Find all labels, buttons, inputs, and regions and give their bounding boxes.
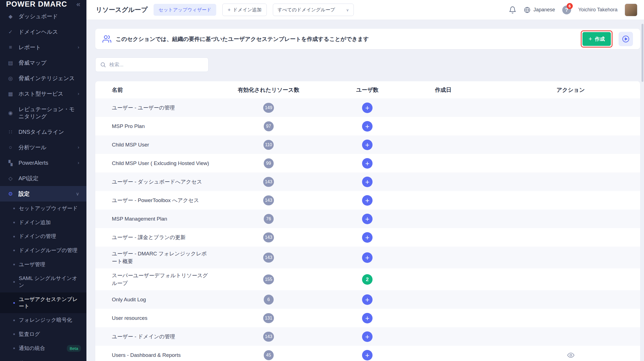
sidebar-subitem-notification-integrations[interactable]: 通知の統合 Beta <box>0 341 86 356</box>
row-name[interactable]: ユーザー - PowerToolbox へアクセス <box>112 197 199 204</box>
add-user-button[interactable]: + <box>362 177 373 187</box>
add-domain-button[interactable]: + ドメイン追加 <box>222 4 267 16</box>
globe-icon <box>524 6 531 14</box>
notifications-button[interactable] <box>509 6 516 14</box>
column-header-actions: アクション <box>501 86 640 94</box>
row-name[interactable]: ユーザー - DMARC フォレンジックレポート概要 <box>112 250 211 265</box>
add-user-button[interactable]: + <box>362 313 373 323</box>
add-user-button[interactable]: + <box>362 294 373 305</box>
video-tutorials-icon: ▶ <box>7 360 14 361</box>
add-user-button[interactable]: + <box>362 195 373 206</box>
sidebar-subitem-saml-sso[interactable]: SAML シングルサインオン <box>0 271 86 292</box>
row-name[interactable]: MSP Pro Plan <box>112 122 145 130</box>
reputation-monitoring-icon: ◉ <box>7 110 14 116</box>
add-user-button[interactable]: + <box>362 350 373 360</box>
view-eye-icon[interactable] <box>567 352 574 359</box>
sidebar-item-dns-timeline[interactable]: ∷ DNSタイムライン <box>0 124 86 140</box>
domain-group-select-value: すべてのドメイングループ <box>278 7 335 13</box>
add-user-button[interactable]: + <box>362 331 373 342</box>
row-name[interactable]: User resources <box>112 314 147 322</box>
add-user-button[interactable]: + <box>362 214 373 224</box>
sidebar-subitem-forensic-encryption[interactable]: フォレンジック暗号化 <box>0 313 86 327</box>
row-name[interactable]: Child MSP User ( Exlcuding Hosted View) <box>112 159 209 167</box>
sidebar-item-api-settings[interactable]: ◇ API設定 <box>0 171 86 186</box>
sidebar-item-reports[interactable]: ≡ レポート › <box>0 40 86 55</box>
chevron-right-icon: › <box>78 45 79 50</box>
add-user-button[interactable]: + <box>362 121 373 132</box>
table-row[interactable]: Child MSP User 110 + <box>95 135 640 154</box>
sidebar-item-analysis-tools[interactable]: ○ 分析ツール › <box>0 140 86 155</box>
table-row[interactable]: Child MSP User ( Exlcuding Hosted View) … <box>95 154 640 172</box>
threat-map-icon: ▤ <box>7 60 14 66</box>
sidebar-item-settings[interactable]: ⚙ 設定 ∨ <box>0 186 86 202</box>
table-row[interactable]: ユーザー - 課金とプランの更新 143 + <box>95 228 640 247</box>
sidebar-subitem-add-domain[interactable]: ドメイン追加 <box>0 216 86 230</box>
bullet-icon <box>13 347 15 349</box>
row-name[interactable]: Child MSP User <box>112 141 149 149</box>
beta-badge: Beta <box>67 345 81 352</box>
table-row[interactable]: ユーザー - ドメインの管理 143 + <box>95 327 640 346</box>
sidebar-item-reputation-monitoring[interactable]: ◉ レピュテーション・モニタリング <box>0 101 86 124</box>
sidebar-item-label: ホスト型サービス <box>19 90 73 97</box>
language-selector[interactable]: Japanese <box>524 6 555 14</box>
table-row[interactable]: ユーザー - PowerToolbox へアクセス 143 + <box>95 191 640 210</box>
table-row[interactable]: Users - Dashboard & Reports 45 + <box>95 346 640 361</box>
sidebar-item-hosted-services[interactable]: ▦ ホスト型サービス › <box>0 86 86 101</box>
row-name[interactable]: ユーザー - ダッシュボードへアクセス <box>112 178 202 186</box>
users-icon <box>102 35 111 43</box>
bullet-icon <box>13 208 15 209</box>
row-name[interactable]: Only Audit Log <box>112 296 146 304</box>
user-avatar[interactable] <box>625 4 637 16</box>
row-name[interactable]: MSP Management Plan <box>112 215 167 223</box>
sidebar-subitem-label: ドメイングループの管理 <box>19 247 78 254</box>
sidebar-subitem-user-access-template[interactable]: ユーザアクセステンプレート <box>0 292 86 313</box>
sidebar-subitem-manage-domains[interactable]: ドメインの管理 <box>0 229 86 244</box>
search-input[interactable] <box>109 62 204 68</box>
sidebar-subitem-user-management[interactable]: ユーザ管理 <box>0 258 86 272</box>
sidebar-item-poweralerts[interactable]: ▚ PowerAlerts › <box>0 155 86 171</box>
add-user-button[interactable]: + <box>362 103 373 113</box>
add-user-button[interactable]: + <box>362 252 373 263</box>
bullet-icon <box>13 222 15 223</box>
sidebar-item-threat-map[interactable]: ▤ 脅威マップ <box>0 55 86 70</box>
sidebar-subitem-label: セットアップウィザード <box>19 205 78 212</box>
sidebar-item-dashboard[interactable]: ◆ ダッシュボード <box>0 9 86 24</box>
create-button[interactable]: + 作成 <box>582 32 611 46</box>
add-user-button[interactable]: + <box>362 158 373 169</box>
table-row[interactable]: ユーザー - ユーザーの管理 149 + <box>95 98 640 117</box>
column-header-resources: 有効化されたリソース数 <box>214 86 323 94</box>
analysis-tools-icon: ○ <box>7 144 14 150</box>
resource-count-badge: 143 <box>263 177 274 187</box>
table-row[interactable]: MSP Management Plan 76 + <box>95 210 640 228</box>
setup-wizard-button[interactable]: セットアップウィザード <box>154 4 216 16</box>
column-header-created: 作成日 <box>411 86 501 94</box>
user-count-badge[interactable]: 2 <box>362 274 373 285</box>
table-row[interactable]: スーパーユーザーデフォルトリソースグループ 155 2 <box>95 268 640 290</box>
table-row[interactable]: Only Audit Log 6 + <box>95 290 640 309</box>
domain-group-select[interactable]: すべてのドメイングループ ∨ <box>273 4 354 16</box>
row-name[interactable]: ユーザー - ドメインの管理 <box>112 333 175 341</box>
sidebar-subitem-audit-log[interactable]: 監査ログ <box>0 327 86 341</box>
add-user-button[interactable]: + <box>362 232 373 243</box>
row-name[interactable]: Users - Dashboard & Reports <box>112 351 181 359</box>
sidebar-item-label: 設定 <box>19 190 71 197</box>
sidebar-collapse-icon[interactable]: « <box>76 0 80 9</box>
table-row[interactable]: MSP Pro Plan 97 + <box>95 117 640 135</box>
row-name[interactable]: ユーザー - 課金とプランの更新 <box>112 234 186 241</box>
sidebar-item-video-tutorials[interactable]: ▶ 動画チュートリアル <box>0 355 86 361</box>
table-row[interactable]: User resources 131 + <box>95 309 640 327</box>
sidebar-item-threat-intelligence[interactable]: ◎ 脅威インテリジェンス <box>0 70 86 86</box>
tutorial-play-button[interactable] <box>619 32 633 46</box>
table-row[interactable]: ユーザー - DMARC フォレンジックレポート概要 143 + <box>95 247 640 268</box>
scrollbar[interactable] <box>642 24 643 82</box>
add-user-button[interactable]: + <box>362 140 373 150</box>
help-button[interactable]: ? 6 <box>562 6 571 14</box>
row-name[interactable]: スーパーユーザーデフォルトリソースグループ <box>112 272 211 287</box>
sidebar-subitem-setup-wizard[interactable]: セットアップウィザード <box>0 202 86 216</box>
row-name[interactable]: ユーザー - ユーザーの管理 <box>112 104 175 112</box>
sidebar-subitem-manage-domain-groups[interactable]: ドメイングループの管理 <box>0 244 86 258</box>
resource-count-badge: 110 <box>263 140 274 150</box>
sidebar-item-domain-health[interactable]: ✓ ドメインヘルス <box>0 24 86 40</box>
table-row[interactable]: ユーザー - ダッシュボードへアクセス 143 + <box>95 172 640 191</box>
sidebar-subitem-label: ユーザ管理 <box>19 261 45 268</box>
